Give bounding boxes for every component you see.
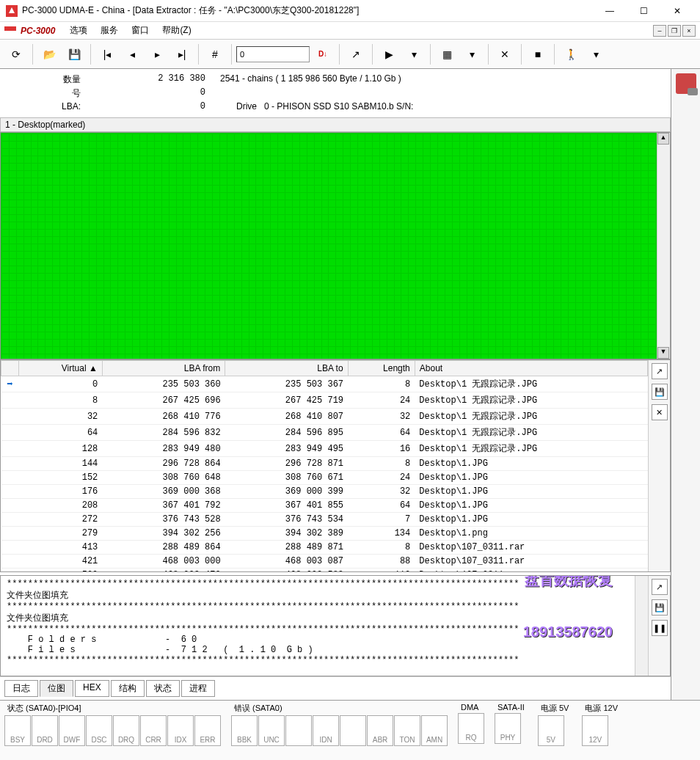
menu-window[interactable]: 窗口 (125, 23, 155, 38)
bitmap-scrollbar[interactable]: ▲ ▼ (657, 133, 670, 359)
lba-label: LBA: (7, 101, 88, 112)
tb-play-icon[interactable]: ▶ (377, 43, 401, 66)
status-pwr12-title: 电源 12V (582, 702, 621, 715)
status-led-IDX: IDX (167, 715, 194, 746)
table-row[interactable]: 176369 000 368369 000 39932Desktop\1.JPG (1, 485, 648, 499)
table-clear-icon[interactable]: ✕ (652, 404, 668, 420)
table-row[interactable]: 8267 425 696267 425 71924Desktop\1 无跟踪记录… (1, 392, 648, 409)
table-row[interactable]: 272376 743 528376 743 5347Desktop\1.JPG (1, 513, 648, 527)
table-row[interactable]: 64284 596 832284 596 89564Desktop\1 无跟踪记… (1, 425, 648, 441)
watermark-line1: 盘首数据恢复 (523, 576, 613, 590)
table-row[interactable]: 413288 489 864288 489 8718Desktop\107_03… (1, 541, 648, 555)
tab-HEX[interactable]: HEX (75, 680, 109, 697)
log-pause-icon[interactable]: ❚❚ (652, 620, 668, 636)
table-row[interactable]: ➡0235 503 360235 503 3678Desktop\1 无跟踪记录… (1, 376, 648, 392)
watermark-line2: 18913587620 (523, 624, 613, 640)
col-header[interactable]: Virtual ▲ (19, 361, 103, 376)
tb-grid-icon[interactable]: # (203, 43, 227, 66)
table-row[interactable]: 208367 401 792367 401 85564Desktop\1.JPG (1, 499, 648, 513)
status-led-BBK: BBK (231, 715, 258, 746)
mdi-minimize[interactable]: – (653, 25, 666, 37)
status-led-CRR: CRR (140, 715, 167, 746)
scroll-up-icon[interactable]: ▲ (657, 133, 669, 145)
tb-position-input[interactable] (236, 46, 310, 62)
log-panel: ****************************************… (0, 575, 671, 676)
tab-位图[interactable]: 位图 (40, 680, 73, 697)
toolbar: ⟳ 📂 💾 |◂ ◂ ▸ ▸| # D↓ ↗ ▶ ▾ ▦ ▾ ✕ ■ 🚶 ▾ (0, 40, 700, 69)
bitmap-grid[interactable] (1, 133, 657, 359)
status-led-PHY: PHY (495, 713, 521, 744)
table-save-icon[interactable]: 💾 (652, 384, 668, 400)
tab-日志[interactable]: 日志 (4, 680, 38, 697)
tb-bitmap-icon[interactable]: ▦ (435, 43, 459, 66)
mdi-close[interactable]: × (682, 25, 696, 37)
status-group1-title: 状态 (SATA0)-[PIO4] (4, 702, 221, 715)
tb-exit-dropdown-icon[interactable]: ▾ (584, 43, 608, 66)
status-led-TON: TON (394, 715, 420, 746)
log-save-icon[interactable]: 💾 (652, 599, 668, 615)
tb-open-icon[interactable]: 📂 (37, 43, 61, 66)
table-row[interactable]: 128283 949 480283 949 49516Desktop\1 无跟踪… (1, 441, 648, 457)
table-row[interactable]: 279394 302 256394 302 389134Desktop\1.pn… (1, 527, 648, 541)
window-title: PC-3000 UDMA-E - China - [Data Extractor… (22, 4, 593, 17)
watermark: 盘首数据恢复 18913587620 (523, 576, 613, 674)
log-body: ****************************************… (1, 576, 635, 676)
col-header[interactable]: About (415, 361, 647, 376)
table-row[interactable]: 144296 728 864296 728 8718Desktop\1.JPG (1, 457, 648, 471)
right-sidebar (671, 69, 700, 700)
mdi-restore[interactable]: ❐ (668, 25, 681, 37)
section-header: 1 - Desktop(marked) (0, 117, 671, 132)
table-row[interactable]: 32268 410 776268 410 80732Desktop\1 无跟踪记… (1, 409, 648, 425)
tb-save-icon[interactable]: 💾 (62, 43, 86, 66)
tb-play-dropdown-icon[interactable]: ▾ (402, 43, 426, 66)
menu-help[interactable]: 帮助(Z) (156, 23, 197, 38)
menubar-icon (4, 26, 16, 35)
status-led-IDN: IDN (313, 715, 339, 746)
tb-exit-icon[interactable]: 🚶 (559, 43, 583, 66)
menu-pc3000[interactable]: PC-3000 (21, 26, 55, 36)
log-export-icon[interactable]: ↗ (652, 579, 668, 595)
tb-prev-icon[interactable]: ◂ (120, 43, 144, 66)
tb-tools-icon[interactable]: ✕ (493, 43, 517, 66)
menu-services[interactable]: 服务 (95, 23, 124, 38)
tb-last-icon[interactable]: ▸| (170, 43, 194, 66)
tb-refresh-icon[interactable]: ⟳ (4, 43, 28, 66)
table-row[interactable]: 152308 760 648308 760 67124Desktop\1.JPG (1, 471, 648, 485)
tb-d-button[interactable]: D↓ (311, 43, 335, 66)
col-header[interactable]: LBA to (225, 361, 348, 376)
side-disk-icon[interactable] (676, 73, 696, 94)
status-led-AMN: AMN (421, 715, 448, 746)
menu-options[interactable]: 选项 (64, 23, 93, 38)
tb-export-icon[interactable]: ↗ (344, 43, 368, 66)
tb-first-icon[interactable]: |◂ (95, 43, 119, 66)
log-scrollbar[interactable] (635, 576, 648, 676)
titlebar: PC-3000 UDMA-E - China - [Data Extractor… (0, 0, 700, 22)
table-export-icon[interactable]: ↗ (652, 363, 668, 379)
status-dma-title: DMA (458, 702, 484, 712)
table-row[interactable]: 421468 003 000468 003 08788Desktop\107_0… (1, 555, 648, 569)
maximize-button[interactable]: ☐ (627, 0, 660, 22)
col-header[interactable] (1, 361, 19, 376)
tab-结构[interactable]: 结构 (111, 680, 145, 697)
table-row[interactable]: 509468 003 472468 003 583112Desktop\107_… (1, 569, 648, 572)
table-sidebar: ↗ 💾 ✕ (648, 360, 670, 571)
table-scroll[interactable]: Virtual ▲LBA fromLBA toLengthAbout ➡0235… (1, 360, 648, 571)
status-bar: 状态 (SATA0)-[PIO4] BSYDRDDWFDSCDRQCRRIDXE… (0, 700, 700, 760)
close-button[interactable]: ✕ (660, 0, 694, 22)
tb-next-icon[interactable]: ▸ (145, 43, 169, 66)
drive-label: Drive (213, 101, 257, 112)
tabs-row: 日志位图HEX结构状态进程 (0, 676, 671, 700)
tb-stop-icon[interactable]: ■ (526, 43, 550, 66)
tb-bitmap-dropdown-icon[interactable]: ▾ (460, 43, 484, 66)
menubar: PC-3000 选项 服务 窗口 帮助(Z) – ❐ × (0, 22, 700, 40)
col-header[interactable]: LBA from (102, 361, 225, 376)
status-led-DRD: DRD (32, 715, 58, 746)
scroll-down-icon[interactable]: ▼ (657, 347, 669, 359)
tab-进程[interactable]: 进程 (181, 680, 215, 697)
tab-状态[interactable]: 状态 (146, 680, 180, 697)
status-sata2-title: SATA-II (495, 702, 528, 712)
status-led-DRQ: DRQ (113, 715, 139, 746)
col-header[interactable]: Length (348, 361, 415, 376)
table-panel: Virtual ▲LBA fromLBA toLengthAbout ➡0235… (0, 359, 671, 572)
minimize-button[interactable]: — (593, 0, 627, 22)
